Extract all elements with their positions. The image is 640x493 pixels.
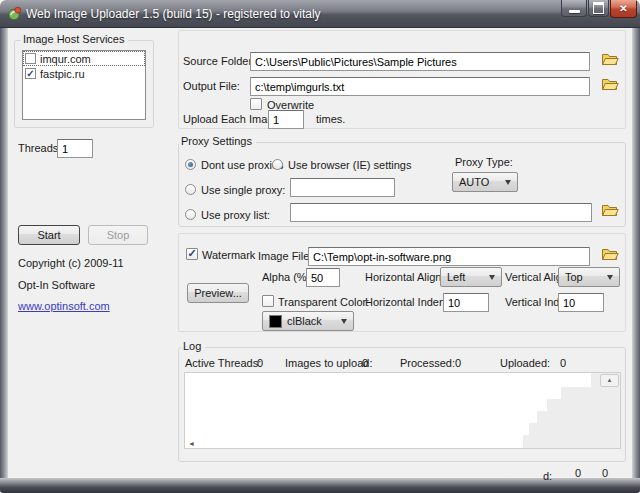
threads-input[interactable] bbox=[57, 139, 93, 158]
uploaded-label: Uploaded: bbox=[500, 357, 550, 369]
window-title: Web Image Uploader 1.5 (build 15) - regi… bbox=[26, 7, 321, 21]
dont-use-proxies-radio[interactable] bbox=[185, 159, 196, 170]
log-output-content bbox=[185, 373, 620, 448]
copyright-text: Copyright (c) 2009-11 bbox=[18, 257, 124, 269]
image-file-label: Image File: bbox=[258, 250, 312, 262]
color-value: clBlack bbox=[287, 315, 322, 327]
active-threads-value: 0 bbox=[257, 357, 263, 369]
artifact-value: 0 bbox=[575, 467, 581, 479]
maximize-button[interactable] bbox=[588, 0, 609, 17]
use-single-proxy-radio[interactable] bbox=[185, 184, 196, 195]
preview-button[interactable]: Preview... bbox=[187, 283, 249, 303]
vertical-indent-input[interactable] bbox=[558, 293, 604, 312]
titlebar[interactable]: Web Image Uploader 1.5 (build 15) - regi… bbox=[0, 0, 640, 28]
source-folder-label: Source Folder: bbox=[183, 55, 255, 67]
alpha-input[interactable] bbox=[306, 268, 340, 287]
minimize-button[interactable] bbox=[561, 0, 587, 17]
watermark-label: Watermark bbox=[202, 249, 255, 261]
window-border-left bbox=[0, 28, 8, 478]
close-icon: ✕ bbox=[619, 3, 627, 14]
scroll-up-icon: ▲ bbox=[607, 377, 613, 383]
use-proxy-list-label: Use proxy list: bbox=[201, 209, 270, 221]
checkbox-fastpic[interactable]: ✓ bbox=[25, 68, 36, 79]
uploaded-value: 0 bbox=[560, 357, 566, 369]
folder-open-icon bbox=[601, 203, 619, 218]
upload-each-suffix: times. bbox=[316, 113, 345, 125]
close-button[interactable]: ✕ bbox=[610, 0, 637, 18]
browse-image-file-button[interactable] bbox=[601, 247, 621, 263]
host-services-list[interactable]: imqur.com ✓ fastpic.ru bbox=[22, 50, 146, 120]
folder-open-icon bbox=[601, 247, 619, 262]
horizontal-align-label: Horizontal Align: bbox=[365, 271, 445, 283]
folder-open-icon bbox=[601, 77, 619, 92]
browse-source-button[interactable] bbox=[601, 52, 621, 68]
use-proxy-list-radio[interactable] bbox=[185, 209, 196, 220]
proxy-type-value: AUTO bbox=[459, 176, 489, 188]
image-file-input[interactable] bbox=[308, 247, 590, 266]
artifact-value: 0 bbox=[602, 467, 608, 479]
proxy-type-label: Proxy Type: bbox=[455, 156, 513, 168]
chevron-down-icon bbox=[489, 275, 495, 280]
horizontal-align-dropdown[interactable]: Left bbox=[440, 267, 502, 287]
active-threads-label: Active Threads: bbox=[185, 357, 261, 369]
threads-label: Threads: bbox=[18, 142, 61, 154]
proxy-list-input[interactable] bbox=[290, 203, 592, 222]
processed-value: 0 bbox=[455, 357, 461, 369]
browse-proxy-list-button[interactable] bbox=[601, 203, 621, 219]
transparent-color-label: Transparent Color: bbox=[278, 296, 369, 308]
upload-each-input[interactable] bbox=[268, 110, 304, 129]
chevron-down-icon bbox=[341, 319, 347, 324]
list-item-label: fastpic.ru bbox=[40, 68, 85, 80]
folder-open-icon bbox=[601, 52, 619, 67]
chevron-down-icon bbox=[505, 180, 511, 185]
chevron-down-icon bbox=[607, 275, 613, 280]
browse-output-button[interactable] bbox=[601, 77, 621, 93]
color-swatch bbox=[269, 315, 282, 328]
checkbox-imqur[interactable] bbox=[25, 53, 36, 64]
transparent-color-dropdown[interactable]: clBlack bbox=[262, 311, 354, 331]
images-to-upload-label: Images to upload: bbox=[285, 357, 372, 369]
single-proxy-input[interactable] bbox=[290, 178, 395, 197]
scroll-left-icon[interactable]: ◄ bbox=[188, 440, 195, 447]
processed-label: Processed: bbox=[400, 357, 455, 369]
app-icon bbox=[7, 6, 22, 21]
list-item-label: imqur.com bbox=[40, 53, 91, 65]
start-button[interactable]: Start bbox=[18, 225, 80, 245]
list-item-fastpic[interactable]: ✓ fastpic.ru bbox=[23, 66, 145, 81]
proxy-type-dropdown[interactable]: AUTO bbox=[452, 172, 518, 192]
artifact-text: d: bbox=[543, 470, 552, 482]
log-output[interactable]: ▲ ◄ bbox=[184, 372, 621, 449]
maximize-icon bbox=[593, 2, 604, 14]
use-browser-radio[interactable] bbox=[272, 159, 283, 170]
output-file-input[interactable] bbox=[250, 77, 590, 96]
scroll-up-button[interactable]: ▲ bbox=[600, 374, 619, 387]
transparent-color-checkbox[interactable] bbox=[262, 295, 274, 307]
horizontal-indent-input[interactable] bbox=[443, 293, 489, 312]
host-services-title: Image Host Services bbox=[21, 33, 128, 45]
upload-each-label: Upload Each Image bbox=[183, 113, 280, 125]
overwrite-checkbox[interactable] bbox=[250, 98, 262, 110]
website-link[interactable]: www.optinsoft.com bbox=[18, 300, 110, 312]
output-file-label: Output File: bbox=[183, 80, 240, 92]
vertical-align-dropdown[interactable]: Top bbox=[558, 267, 620, 287]
window-border-right bbox=[632, 28, 640, 478]
stop-button[interactable]: Stop bbox=[88, 225, 148, 245]
horizontal-align-value: Left bbox=[447, 271, 465, 283]
images-to-upload-value: 0 bbox=[362, 357, 368, 369]
use-browser-label: Use browser (IE) settings bbox=[288, 159, 411, 171]
app-window: Web Image Uploader 1.5 (build 15) - regi… bbox=[0, 0, 640, 493]
watermark-checkbox[interactable]: ✓ bbox=[186, 248, 198, 260]
source-folder-input[interactable] bbox=[250, 52, 590, 71]
vertical-align-value: Top bbox=[565, 271, 583, 283]
horizontal-indent-label: Horizontal Indent: bbox=[365, 296, 451, 308]
minimize-icon bbox=[569, 10, 580, 13]
log-title: Log bbox=[181, 340, 205, 352]
list-item-imqur[interactable]: imqur.com bbox=[23, 51, 145, 66]
company-text: Opt-In Software bbox=[18, 279, 95, 291]
proxy-settings-title: Proxy Settings bbox=[179, 135, 256, 147]
use-single-proxy-label: Use single proxy: bbox=[201, 184, 285, 196]
